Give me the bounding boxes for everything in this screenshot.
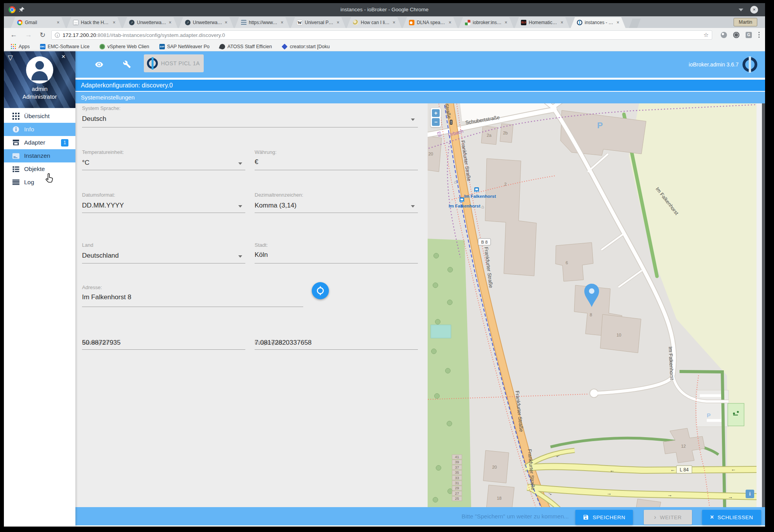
back-icon[interactable]: ← — [10, 31, 17, 39]
iobroker-logo-icon — [147, 58, 158, 69]
bookmark-atoss[interactable]: ATOSS Staff Efficien — [220, 44, 272, 49]
tab-unwetterwarnung-2[interactable]: Unwetterwarnung × — [179, 17, 234, 28]
map-panel: ←←← →→→ ← → — [428, 103, 757, 507]
tab-close-icon[interactable]: × — [113, 20, 115, 25]
collapse-triangle-icon[interactable]: ▽ — [8, 54, 13, 62]
sidebar-item-instanzen[interactable]: Instanzen — [4, 149, 75, 162]
browser-menu-icon[interactable] — [758, 32, 760, 33]
wikipedia-favicon-icon: W — [297, 20, 302, 25]
currency-input[interactable] — [255, 158, 418, 166]
chevron-down-icon — [238, 255, 242, 258]
tab-homematic[interactable]: ELV Homematic IP Wa × — [515, 17, 570, 28]
extension-film-icon[interactable] — [733, 32, 739, 38]
latitude-field[interactable]: Breitengrad: — [82, 339, 245, 350]
currency-field[interactable]: Währung: — [255, 149, 418, 170]
decimal-separator-select[interactable]: Dezimaltrennzeichen: Komma (3,14) — [255, 192, 418, 213]
extension-ghost-icon[interactable] — [721, 32, 727, 38]
extension-g-icon[interactable]: G — [746, 32, 752, 38]
info-icon — [12, 126, 19, 133]
address-input[interactable] — [82, 293, 303, 301]
tab-hack-the-hue[interactable]: Hack the Hue - Ro × — [67, 17, 122, 28]
profile-button[interactable]: Martin — [734, 18, 757, 26]
window-title: instances - ioBroker - Google Chrome — [4, 3, 765, 16]
reload-icon[interactable]: ↻ — [40, 31, 45, 39]
window-menu-chevron-icon[interactable] — [739, 9, 743, 11]
svg-text:10: 10 — [617, 333, 621, 337]
date-format-select[interactable]: Datumsformat: DD.MM.YYYY — [82, 192, 245, 213]
close-button[interactable]: × SCHLIESSEN — [702, 510, 761, 525]
tab-close-icon[interactable]: × — [281, 20, 283, 25]
bookmark-vsphere[interactable]: vSphere Web Clien — [100, 44, 149, 49]
eye-icon[interactable] — [95, 60, 103, 70]
bookmark-sap[interactable]: SAP SAP NetWeaver Po — [159, 44, 210, 49]
bookmark-star-icon[interactable]: ☆ — [704, 31, 709, 38]
language-select[interactable]: System Sprache: Deutsch — [82, 105, 418, 127]
zoom-in-button[interactable]: + — [432, 109, 440, 117]
tab-close-icon[interactable]: × — [617, 20, 619, 25]
address-bar[interactable]: i 172.17.200.20:8081/#tab-instances/conf… — [51, 30, 712, 40]
tab-close-icon[interactable]: × — [337, 20, 339, 25]
tab-close-icon[interactable]: × — [561, 20, 563, 25]
tab-how-can-i-list[interactable]: How can I list upn × — [347, 17, 402, 28]
tab-wikipedia-upnp[interactable]: W Universal Plug an × — [291, 17, 346, 28]
tab-close-icon[interactable]: × — [505, 20, 507, 25]
forward-icon[interactable]: → — [25, 31, 32, 39]
sidebar-item-adapter[interactable]: Adapter 1 — [4, 136, 75, 149]
tab-close-icon[interactable]: × — [449, 20, 451, 25]
new-tab-button[interactable] — [629, 19, 641, 28]
page-scrollbar-thumb[interactable] — [762, 103, 765, 507]
url-text[interactable]: 172.17.200.20:8081/#tab-instances/config… — [63, 32, 701, 38]
zoom-out-button[interactable]: − — [432, 118, 440, 126]
tab-unwetterwarnung-1[interactable]: Unwetterwarnung × — [123, 17, 178, 28]
bookmark-creator[interactable]: creator:start [Doku — [282, 44, 330, 49]
sidebar-item-objekte[interactable]: Objekte — [4, 162, 75, 176]
next-button[interactable]: › WEITER — [644, 510, 692, 525]
tab-gmail[interactable]: Gmail × — [11, 17, 66, 28]
longitude-input[interactable] — [255, 339, 418, 347]
tab-dlna-speaker[interactable]: DLNA speaker pla × — [403, 17, 458, 28]
svg-text:33: 33 — [455, 476, 459, 480]
sidebar-item-log[interactable]: Log — [4, 176, 75, 189]
longitude-field[interactable]: Längengrad: — [255, 339, 418, 350]
log-lines-icon — [12, 180, 19, 185]
tab-close-icon[interactable]: × — [393, 20, 395, 25]
tab-close-icon[interactable]: × — [169, 20, 171, 25]
city-field[interactable]: Stadt: — [255, 242, 418, 263]
emc-icon: EMC — [40, 44, 45, 49]
window-close-icon[interactable]: × — [750, 6, 758, 14]
temperature-unit-select[interactable]: Temperatureinheit: °C — [82, 149, 245, 170]
host-button[interactable]: HOST PICL 1A — [144, 54, 204, 72]
tab-instances-iobroker[interactable]: instances - ioBrok × — [571, 17, 625, 28]
map-canvas[interactable]: ←←← →→→ ← → — [428, 103, 757, 507]
latitude-input[interactable] — [82, 339, 245, 347]
svg-text:20: 20 — [428, 152, 433, 156]
svg-text:←: ← — [731, 466, 736, 472]
chevron-down-icon — [238, 162, 242, 165]
tab-close-icon[interactable]: × — [57, 20, 59, 25]
wrench-icon[interactable] — [123, 60, 131, 70]
address-field[interactable]: Adresse: — [82, 284, 303, 307]
avatar — [26, 56, 53, 84]
tab-dwd[interactable]: https://www.dwd × — [235, 17, 290, 28]
locate-button[interactable] — [312, 282, 329, 299]
save-button[interactable]: SPEICHERN — [575, 510, 633, 525]
country-select[interactable]: Land Deutschland — [82, 242, 245, 263]
svg-text:6: 6 — [566, 260, 568, 265]
apps-shortcut[interactable]: Apps — [11, 44, 30, 49]
instance-name: discovery.0 — [142, 82, 173, 89]
user-name: admin — [4, 85, 75, 92]
page-info-icon[interactable]: i — [55, 33, 60, 38]
sidebar-item-info[interactable]: Info — [4, 123, 75, 136]
map-zoom-control: + − — [431, 108, 441, 127]
tab-iobroker-forum[interactable]: iobroker:inst2018 × — [459, 17, 514, 28]
svg-text:41: 41 — [455, 455, 459, 459]
sidebar-item-uebersicht[interactable]: Übersicht — [4, 110, 75, 123]
map-attribution-button[interactable]: i — [746, 490, 754, 498]
bus-stop-label: Im Falkenhorst — [464, 194, 496, 199]
admin-version-label: ioBroker.admin 3.6.7 — [689, 51, 739, 78]
bookmark-emc[interactable]: EMC EMC-Software Lice — [40, 44, 90, 49]
tab-close-icon[interactable]: × — [225, 20, 227, 25]
sidebar-close-icon[interactable]: × — [61, 53, 65, 61]
city-input[interactable] — [255, 251, 418, 259]
action-bar: Bitte "Speichern" um weiter zu kommen...… — [75, 507, 765, 525]
